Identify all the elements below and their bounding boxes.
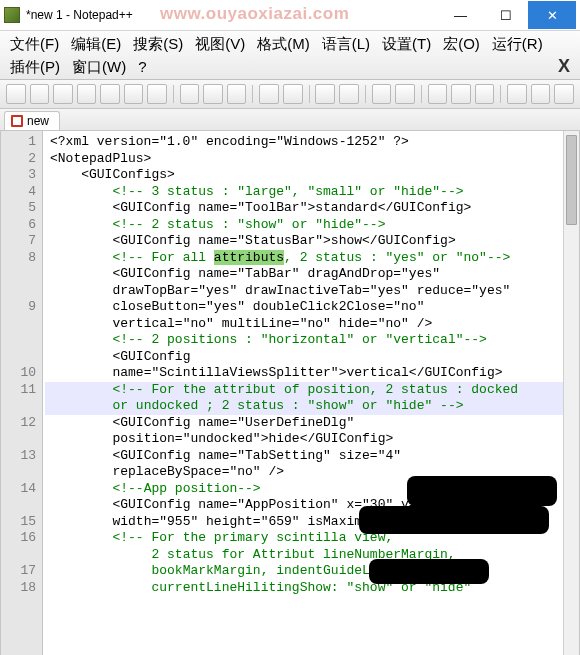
code-line[interactable]: <GUIConfig name="UserDefineDlg" [45,415,577,432]
editor: 123456789101112131415161718 <?xml versio… [0,131,580,655]
menu-plugins[interactable]: 插件(P) [4,56,66,79]
undo-icon[interactable] [259,84,279,104]
save-icon[interactable] [53,84,73,104]
redo-icon[interactable] [283,84,303,104]
menu-help[interactable]: ? [132,56,152,79]
copy-icon[interactable] [203,84,223,104]
line-number: 16 [1,530,36,547]
line-number [1,332,36,349]
paste-icon[interactable] [227,84,247,104]
line-number: 2 [1,151,36,168]
code-line[interactable]: <!-- 3 status : "large", "small" or "hid… [45,184,577,201]
code-line[interactable]: <?xml version="1.0" encoding="Windows-12… [45,134,577,151]
line-number: 7 [1,233,36,250]
line-number-gutter: 123456789101112131415161718 [1,131,43,655]
code-line[interactable]: <GUIConfig name="StatusBar">show</GUICon… [45,233,577,250]
code-line[interactable]: closeButton="yes" doubleClick2Close="no" [45,299,577,316]
tab-label: new [27,114,49,128]
line-number: 12 [1,415,36,432]
code-line[interactable]: position="undocked">hide</GUIConfig> [45,431,577,448]
toolbar-separator [500,85,501,103]
line-number: 6 [1,217,36,234]
menu-language[interactable]: 语言(L) [316,33,376,56]
save-all-icon[interactable] [77,84,97,104]
window-title: *new 1 - Notepad++ [26,8,133,22]
tab-new[interactable]: new [4,111,60,130]
code-line[interactable]: <!-- 2 positions : "horizontal" or "vert… [45,332,577,349]
indent-guide-icon[interactable] [475,84,495,104]
line-number [1,283,36,300]
code-line[interactable]: <GUIConfig name="TabSetting" size="4" [45,448,577,465]
redaction-mark [369,559,489,584]
macro-play-icon[interactable] [554,84,574,104]
print-icon[interactable] [147,84,167,104]
line-number: 9 [1,299,36,316]
menu-file[interactable]: 文件(F) [4,33,65,56]
line-number [1,464,36,481]
code-line[interactable]: <GUIConfig [45,349,577,366]
line-number: 10 [1,365,36,382]
line-number: 4 [1,184,36,201]
toolbar-separator [173,85,174,103]
line-number: 15 [1,514,36,531]
code-line[interactable]: <NotepadPlus> [45,151,577,168]
code-line[interactable]: or undocked ; 2 status : "show" or "hide… [45,398,577,415]
code-line[interactable]: currentLineHilitingShow: "show" or "hide… [45,580,577,597]
menu-view[interactable]: 视图(V) [189,33,251,56]
code-line[interactable]: drawTopBar="yes" drawInactiveTab="yes" r… [45,283,577,300]
menu-window[interactable]: 窗口(W) [66,56,132,79]
line-number: 18 [1,580,36,597]
zoom-out-icon[interactable] [395,84,415,104]
line-number: 13 [1,448,36,465]
show-all-chars-icon[interactable] [451,84,471,104]
toolbar-separator [309,85,310,103]
line-number: 8 [1,250,36,267]
wordwrap-icon[interactable] [428,84,448,104]
toolbar-separator [421,85,422,103]
line-number [1,431,36,448]
menu-macro[interactable]: 宏(O) [437,33,486,56]
open-file-icon[interactable] [30,84,50,104]
code-line[interactable]: <GUIConfigs> [45,167,577,184]
cut-icon[interactable] [180,84,200,104]
line-number [1,613,36,630]
code-line[interactable]: name="ScintillaViewsSplitter">vertical</… [45,365,577,382]
scrollbar-thumb[interactable] [566,135,577,225]
redaction-mark [407,476,557,506]
menu-settings[interactable]: 设置(T) [376,33,437,56]
document-close-icon[interactable]: X [552,56,576,79]
line-number: 1 [1,134,36,151]
new-file-icon[interactable] [6,84,26,104]
line-number: 17 [1,563,36,580]
menubar: 文件(F) 编辑(E) 搜索(S) 视图(V) 格式(M) 语言(L) 设置(T… [0,30,580,80]
maximize-button[interactable]: ☐ [483,1,528,29]
close-all-icon[interactable] [124,84,144,104]
vertical-scrollbar[interactable] [563,131,579,655]
minimize-button[interactable]: — [438,1,483,29]
menu-edit[interactable]: 编辑(E) [65,33,127,56]
macro-record-icon[interactable] [507,84,527,104]
code-line[interactable]: <GUIConfig name="TabBar" dragAndDrop="ye… [45,266,577,283]
replace-icon[interactable] [339,84,359,104]
titlebar: *new 1 - Notepad++ www.ouyaoxiazai.com —… [0,0,580,30]
close-file-icon[interactable] [100,84,120,104]
menu-run[interactable]: 运行(R) [486,33,549,56]
code-line[interactable]: vertical="no" multiLine="no" hide="no" /… [45,316,577,333]
menu-format[interactable]: 格式(M) [251,33,316,56]
macro-stop-icon[interactable] [531,84,551,104]
zoom-in-icon[interactable] [372,84,392,104]
code-line[interactable]: bookMarkMargin, indentGuideLine and [45,563,577,580]
code-line[interactable]: <!-- For all attributs, 2 status : "yes"… [45,250,577,267]
code-line[interactable]: 2 status for Attribut lineNumberMargin, [45,547,577,564]
code-line[interactable]: <!-- For the attribut of position, 2 sta… [45,382,577,399]
unsaved-file-icon [11,115,23,127]
close-button[interactable]: ✕ [528,1,576,29]
line-number [1,398,36,415]
tabbar: new [0,109,580,131]
app-icon [4,7,20,23]
find-icon[interactable] [315,84,335,104]
code-line[interactable]: <GUIConfig name="ToolBar">standard</GUIC… [45,200,577,217]
code-area[interactable]: <?xml version="1.0" encoding="Windows-12… [43,131,579,655]
code-line[interactable]: <!-- 2 status : "show" or "hide"--> [45,217,577,234]
menu-search[interactable]: 搜索(S) [127,33,189,56]
